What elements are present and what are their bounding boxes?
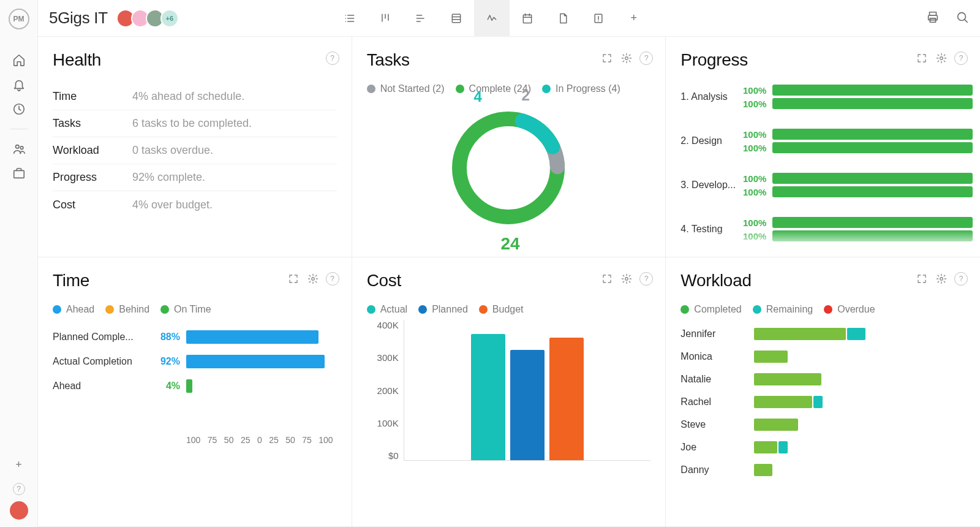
donut-label-complete: 24 bbox=[500, 234, 519, 254]
view-sheet-icon[interactable] bbox=[439, 0, 474, 37]
legend-item: Actual bbox=[367, 304, 407, 315]
workload-row: Joe bbox=[680, 436, 965, 458]
nav-portfolio-icon[interactable] bbox=[7, 161, 31, 186]
help-icon[interactable]: ? bbox=[639, 272, 653, 286]
workload-segment bbox=[847, 328, 865, 340]
health-value: 92% complete. bbox=[132, 171, 205, 184]
help-icon[interactable]: ? bbox=[326, 51, 339, 65]
gear-icon[interactable] bbox=[935, 272, 948, 286]
time-axis: 1007550250255075100 bbox=[53, 435, 337, 445]
workload-name: Natalie bbox=[680, 374, 754, 385]
y-tick: 100K bbox=[377, 418, 399, 428]
workload-segment bbox=[813, 396, 823, 408]
project-members[interactable]: +6 bbox=[120, 9, 179, 28]
workload-bar bbox=[754, 328, 867, 340]
progress-name: 2. Design bbox=[680, 135, 742, 146]
time-percent: 92% bbox=[151, 356, 186, 367]
nav-recent-icon[interactable] bbox=[7, 97, 31, 121]
health-value: 6 tasks to be completed. bbox=[132, 117, 252, 130]
expand-icon[interactable] bbox=[915, 272, 929, 286]
legend-label: Planned bbox=[432, 304, 468, 315]
progress-name: 3. Develop... bbox=[680, 180, 742, 191]
legend-label: Behind bbox=[119, 304, 149, 315]
view-add-button[interactable]: + bbox=[616, 0, 652, 37]
view-dashboard-icon[interactable] bbox=[474, 0, 510, 37]
expand-icon[interactable] bbox=[600, 51, 614, 65]
time-bar bbox=[186, 379, 192, 393]
svg-point-11 bbox=[625, 57, 628, 60]
workload-bar bbox=[754, 441, 789, 453]
help-icon[interactable]: ? bbox=[954, 272, 968, 286]
axis-tick: 50 bbox=[224, 435, 234, 445]
workload-row: Steve bbox=[680, 413, 965, 436]
nav-home-icon[interactable] bbox=[7, 48, 31, 72]
time-label: Actual Completion bbox=[53, 356, 151, 367]
progress-bar bbox=[772, 98, 973, 109]
help-icon[interactable]: ? bbox=[326, 272, 339, 286]
svg-point-2 bbox=[20, 146, 23, 150]
sidebar-add-button[interactable]: + bbox=[7, 452, 31, 477]
progress-percent: 100% bbox=[742, 99, 766, 109]
avatar-overflow[interactable]: +6 bbox=[160, 9, 179, 28]
gear-icon[interactable] bbox=[620, 51, 633, 65]
card-health: Health ? Time4% ahead of schedule.Tasks6… bbox=[38, 37, 352, 257]
current-user-avatar[interactable] bbox=[10, 501, 28, 520]
app-logo[interactable]: PM bbox=[9, 9, 29, 29]
card-workload: Workload ? CompletedRemainingOverdue Jen… bbox=[666, 257, 980, 527]
print-icon[interactable] bbox=[926, 10, 940, 26]
view-board-icon[interactable] bbox=[368, 0, 403, 37]
legend-item: Not Started (2) bbox=[367, 83, 445, 94]
legend-item: Budget bbox=[479, 304, 524, 315]
view-report-icon[interactable] bbox=[581, 0, 616, 37]
legend-item: Planned bbox=[418, 304, 468, 315]
health-label: Cost bbox=[53, 199, 132, 211]
legend-dot-icon bbox=[53, 305, 61, 314]
view-list-icon[interactable] bbox=[332, 0, 368, 37]
workload-segment bbox=[778, 441, 788, 453]
progress-percent: 100% bbox=[742, 143, 766, 153]
view-tabs: + bbox=[332, 0, 652, 37]
y-tick: 400K bbox=[377, 320, 399, 330]
legend-dot-icon bbox=[418, 305, 427, 314]
legend-item: On Time bbox=[160, 304, 211, 315]
workload-rows: JenniferMonicaNatalieRachelSteveJoeDanny bbox=[680, 322, 965, 481]
help-icon[interactable]: ? bbox=[639, 51, 653, 65]
sidebar-divider bbox=[10, 129, 28, 129]
axis-tick: 100 bbox=[186, 435, 200, 445]
progress-bar bbox=[772, 142, 973, 153]
view-file-icon[interactable] bbox=[545, 0, 581, 37]
view-gantt-icon[interactable] bbox=[403, 0, 439, 37]
legend-item: Remaining bbox=[753, 304, 813, 315]
progress-list: 1. Analysis100%100%2. Design100%100%3. D… bbox=[680, 83, 973, 249]
nav-notifications-icon[interactable] bbox=[7, 72, 31, 97]
legend-label: In Progress (4) bbox=[556, 83, 620, 94]
legend-dot-icon bbox=[367, 85, 375, 93]
gear-icon[interactable] bbox=[306, 272, 320, 286]
svg-point-10 bbox=[958, 12, 966, 20]
search-icon[interactable] bbox=[956, 10, 969, 26]
sidebar-help-button[interactable]: ? bbox=[7, 477, 31, 501]
axis-tick: 25 bbox=[269, 435, 279, 445]
legend-label: Not Started (2) bbox=[380, 83, 445, 94]
nav-team-icon[interactable] bbox=[7, 137, 31, 161]
workload-name: Jennifer bbox=[680, 328, 754, 339]
legend-label: On Time bbox=[174, 304, 211, 315]
axis-tick: 75 bbox=[208, 435, 217, 445]
time-label: Planned Comple... bbox=[53, 332, 151, 343]
svg-point-18 bbox=[940, 278, 943, 281]
gear-icon[interactable] bbox=[935, 51, 948, 65]
svg-rect-7 bbox=[930, 12, 937, 15]
help-icon[interactable]: ? bbox=[954, 51, 968, 65]
health-row: Cost4% over budget. bbox=[53, 191, 337, 218]
workload-name: Danny bbox=[680, 464, 754, 476]
expand-icon[interactable] bbox=[915, 51, 929, 65]
expand-icon[interactable] bbox=[600, 272, 614, 286]
time-bar bbox=[186, 330, 318, 344]
legend-label: Ahead bbox=[66, 304, 94, 315]
expand-icon[interactable] bbox=[287, 272, 300, 286]
tasks-legend: Not Started (2)Complete (24)In Progress … bbox=[367, 83, 651, 94]
svg-point-17 bbox=[625, 278, 628, 281]
view-calendar-icon[interactable] bbox=[510, 0, 545, 37]
svg-point-16 bbox=[311, 278, 314, 281]
gear-icon[interactable] bbox=[620, 272, 633, 286]
